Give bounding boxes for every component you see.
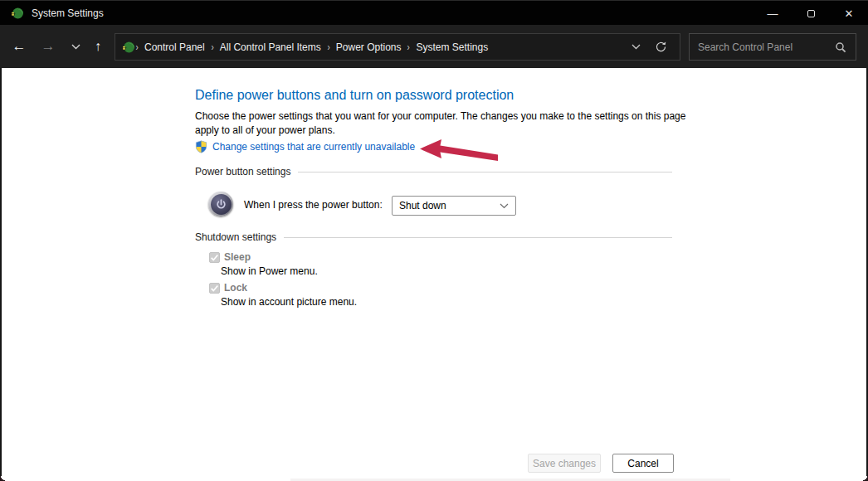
power-button-action-select[interactable]: Shut down — [392, 196, 516, 216]
breadcrumb-separator: › — [327, 41, 329, 53]
section-divider — [298, 172, 672, 172]
window-title: System Settings — [32, 7, 104, 19]
power-button-icon — [208, 192, 233, 216]
up-button[interactable]: ↑ — [85, 25, 110, 68]
uac-shield-icon — [195, 140, 207, 153]
breadcrumb: › Control Panel › All Control Panel Item… — [115, 33, 680, 61]
refresh-icon — [655, 41, 667, 53]
sleep-label: Sleep — [224, 251, 251, 263]
section-title: Power button settings — [195, 166, 290, 177]
chevron-down-icon — [71, 44, 80, 50]
recent-pages-chevron[interactable] — [63, 25, 88, 68]
power-options-app-icon — [11, 7, 24, 20]
breadcrumb-item-power-options[interactable]: Power Options — [330, 41, 407, 53]
chevron-down-icon — [500, 203, 509, 209]
search-box — [689, 33, 856, 61]
section-title: Shutdown settings — [195, 231, 276, 243]
search-icon[interactable] — [835, 41, 846, 53]
section-divider — [284, 237, 672, 238]
breadcrumb-separator: › — [407, 41, 410, 53]
shutdown-settings-section: Shutdown settings — [195, 231, 672, 243]
sleep-description: Show in Power menu. — [221, 265, 318, 277]
system-settings-window: System Settings — ✕ ← → ↑ › — [0, 0, 868, 481]
breadcrumb-item-all-control-panel-items[interactable]: All Control Panel Items — [214, 41, 327, 53]
minimize-button[interactable]: — — [753, 1, 792, 26]
save-changes-button[interactable]: Save changes — [528, 454, 601, 473]
back-button[interactable]: ← — [7, 25, 32, 68]
breadcrumb-separator: › — [211, 41, 213, 53]
annotation-arrow — [419, 138, 499, 167]
page-title: Define power buttons and turn on passwor… — [195, 88, 514, 103]
maximize-button[interactable] — [792, 1, 830, 26]
checkmark-icon — [210, 253, 219, 262]
power-options-icon — [122, 41, 135, 54]
breadcrumb-item-control-panel[interactable]: Control Panel — [139, 41, 211, 53]
forward-button[interactable]: → — [36, 25, 61, 68]
title-bar: System Settings — ✕ — [0, 0, 868, 25]
close-button[interactable]: ✕ — [830, 1, 868, 26]
address-dropdown-button[interactable] — [623, 34, 648, 60]
breadcrumb-separator: › — [135, 41, 138, 53]
main-content: Define power buttons and turn on passwor… — [0, 68, 868, 481]
checkmark-icon — [210, 284, 219, 293]
breadcrumb-item-system-settings[interactable]: System Settings — [410, 41, 494, 53]
selected-option: Shut down — [399, 200, 500, 211]
power-button-settings-section: Power button settings — [195, 166, 672, 177]
change-settings-link[interactable]: Change settings that are currently unava… — [212, 141, 415, 153]
sleep-checkbox[interactable] — [209, 252, 220, 263]
refresh-button[interactable] — [648, 34, 673, 60]
navigation-bar: ← → ↑ › Control Panel › All Control Pane… — [0, 25, 868, 68]
lock-label: Lock — [224, 282, 247, 294]
intro-text: Choose the power settings that you want … — [195, 109, 693, 138]
window-corner-left — [0, 476, 5, 481]
maximize-icon — [807, 10, 815, 17]
cancel-button[interactable]: Cancel — [612, 454, 674, 473]
lock-description: Show in account picture menu. — [221, 296, 357, 308]
search-input[interactable] — [690, 41, 835, 53]
chevron-down-icon — [631, 44, 641, 50]
power-button-label: When I press the power button: — [244, 199, 383, 211]
lock-checkbox[interactable] — [209, 283, 220, 294]
window-corner-right — [863, 476, 868, 481]
